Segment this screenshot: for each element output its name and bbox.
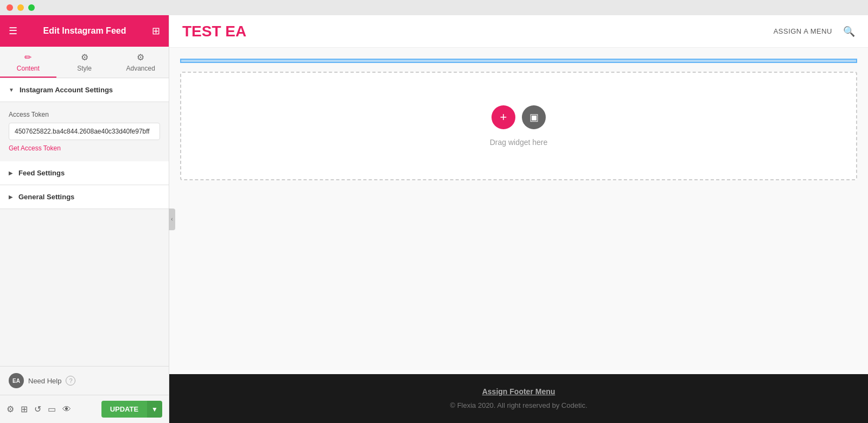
chevron-right-icon-2: ▶: [9, 194, 13, 200]
need-help-text: Need Help: [28, 377, 61, 385]
traffic-light-green[interactable]: [28, 4, 35, 11]
left-panel: ☰ Edit Instagram Feed ⊞ ✏ Content ⚙ Styl…: [0, 15, 169, 423]
layers-icon[interactable]: ⊞: [21, 404, 28, 414]
help-icon[interactable]: ?: [66, 376, 75, 386]
footer: Assign Footer Menu © Flexia 2020. All ri…: [169, 374, 868, 423]
add-widget-button[interactable]: +: [492, 105, 515, 129]
panel-content: ▼ Instagram Account Settings Access Toke…: [0, 78, 169, 366]
traffic-light-red[interactable]: [7, 4, 13, 11]
chevron-right-icon: ▶: [9, 170, 13, 176]
traffic-light-yellow[interactable]: [17, 4, 24, 11]
content-area: + ▣ Drag widget here: [169, 48, 868, 374]
section-instagram-account-settings: ▼ Instagram Account Settings Access Toke…: [0, 78, 169, 161]
tabs-bar: ✏ Content ⚙ Style ⚙ Advanced: [0, 47, 169, 78]
footer-menu-link[interactable]: Assign Footer Menu: [182, 387, 855, 396]
history-icon[interactable]: ↺: [34, 404, 41, 414]
tab-style-label: Style: [77, 65, 92, 72]
section-header-instagram[interactable]: ▼ Instagram Account Settings: [0, 78, 169, 102]
app-body: ☰ Edit Instagram Feed ⊞ ✏ Content ⚙ Styl…: [0, 15, 868, 423]
dropdown-arrow-icon: ▼: [151, 406, 158, 413]
responsive-icon[interactable]: ▭: [48, 404, 56, 414]
grid-icon[interactable]: ⊞: [152, 25, 160, 37]
advanced-tab-icon: ⚙: [137, 52, 144, 62]
settings-icon[interactable]: ⚙: [7, 404, 14, 414]
panel-title: Edit Instagram Feed: [43, 26, 126, 36]
search-icon[interactable]: 🔍: [843, 26, 855, 37]
access-token-label: Access Token: [9, 111, 160, 118]
section-header-general[interactable]: ▶ General Settings: [0, 185, 169, 209]
tab-advanced-label: Advanced: [126, 65, 155, 72]
get-access-token-link[interactable]: Get Access Token: [9, 144, 61, 152]
feed-section-title: Feed Settings: [18, 169, 65, 177]
panel-header: ☰ Edit Instagram Feed ⊞: [0, 15, 169, 47]
need-help-bar: EA Need Help ?: [0, 366, 169, 395]
instagram-section-title: Instagram Account Settings: [20, 86, 113, 94]
avatar-text: EA: [12, 378, 20, 384]
section-feed-settings: ▶ Feed Settings: [0, 161, 169, 185]
widget-drop-area: + ▣ Drag widget here: [180, 72, 857, 180]
widget-buttons: + ▣: [492, 105, 546, 129]
hamburger-icon[interactable]: ☰: [9, 25, 17, 37]
page-title: TEST EA: [182, 23, 246, 40]
chevron-down-icon: ▼: [9, 87, 14, 93]
folder-widget-button[interactable]: ▣: [522, 105, 546, 129]
top-bar: TEST EA ASSIGN A MENU 🔍: [169, 15, 868, 48]
tab-content-label: Content: [17, 65, 40, 72]
tab-style[interactable]: ⚙ Style: [56, 47, 113, 78]
title-bar: [0, 0, 868, 15]
footer-copyright: © Flexia 2020. All right reserved by Cod…: [450, 401, 587, 409]
update-button[interactable]: UPDATE: [101, 401, 147, 418]
access-token-input[interactable]: [9, 123, 160, 140]
assign-menu-link[interactable]: ASSIGN A MENU: [774, 27, 832, 35]
general-section-title: General Settings: [18, 193, 74, 201]
main-content: TEST EA ASSIGN A MENU 🔍 + ▣ Drag widget …: [169, 15, 868, 423]
highlight-bar: [180, 59, 857, 63]
drag-widget-text: Drag widget here: [490, 138, 548, 147]
update-button-group: UPDATE ▼: [101, 401, 162, 418]
tab-content[interactable]: ✏ Content: [0, 47, 56, 78]
section-header-feed[interactable]: ▶ Feed Settings: [0, 161, 169, 185]
instagram-section-body: Access Token Get Access Token: [0, 102, 169, 161]
tab-advanced[interactable]: ⚙ Advanced: [112, 47, 169, 78]
panel-collapse-handle[interactable]: ‹: [169, 209, 175, 230]
bottom-toolbar: ⚙ ⊞ ↺ ▭ 👁 UPDATE ▼: [0, 395, 169, 423]
preview-icon[interactable]: 👁: [62, 405, 71, 414]
avatar: EA: [9, 373, 24, 388]
section-general-settings: ▶ General Settings: [0, 185, 169, 209]
update-dropdown-button[interactable]: ▼: [147, 401, 162, 418]
style-tab-icon: ⚙: [81, 52, 88, 62]
content-tab-icon: ✏: [24, 52, 31, 62]
top-bar-right: ASSIGN A MENU 🔍: [774, 26, 855, 37]
